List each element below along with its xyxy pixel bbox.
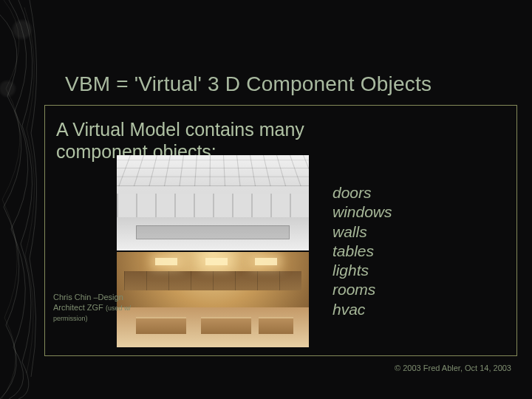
list-item: rooms xyxy=(332,280,392,299)
list-item: lights xyxy=(332,261,392,280)
list-item: walls xyxy=(332,222,392,242)
copyright-footer: © 2003 Fred Abler, Oct 14, 2003 xyxy=(395,364,511,372)
list-item: hvac xyxy=(332,300,392,319)
object-list: doors windows walls tables lights rooms … xyxy=(332,183,392,319)
image-credit: Chris Chin –Design Architect ZGF (used w… xyxy=(53,293,134,323)
wireframe-rendering xyxy=(117,155,309,250)
rendering-images xyxy=(117,155,309,347)
lit-rendering xyxy=(117,252,309,347)
list-item: windows xyxy=(332,202,392,222)
credit-line-2: Architect ZGF xyxy=(53,303,103,312)
decorative-left-strip xyxy=(0,0,43,399)
credit-line-1: Chris Chin –Design xyxy=(53,293,123,301)
slide-body: VBM = 'Virtual' 3 D Component Objects A … xyxy=(43,0,532,399)
list-item: doors xyxy=(332,183,392,202)
list-item: tables xyxy=(332,242,392,261)
slide-title: VBM = 'Virtual' 3 D Component Objects xyxy=(65,72,432,96)
